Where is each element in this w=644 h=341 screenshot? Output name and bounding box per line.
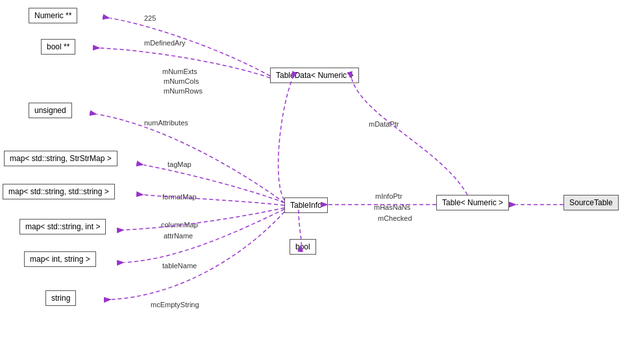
node-unsigned: unsigned	[29, 103, 72, 118]
label-mNumCols: mNumCols	[164, 77, 199, 85]
node-tableinfo: TableInfo	[284, 197, 328, 213]
node-numeric-ptr: Numeric **	[29, 8, 77, 23]
label-formatMap: formatMap	[162, 193, 197, 201]
node-map-str-str: map< std::string, std::string >	[3, 184, 115, 199]
label-mBufferAry: 225	[144, 14, 156, 22]
node-tabledata: TableData< Numeric >	[270, 68, 359, 83]
node-map-str-strstrmap: map< std::string, StrStrMap >	[4, 151, 118, 166]
node-bool-single: bool	[290, 239, 316, 255]
label-numAttributes: numAttributes	[144, 119, 188, 127]
node-map-int-str: map< int, string >	[24, 251, 96, 267]
arrows-svg	[0, 0, 644, 341]
node-map-str-int: map< std::string, int >	[19, 219, 106, 234]
label-mChecked: mChecked	[378, 214, 412, 222]
label-mNumExts: mNumExts	[162, 68, 197, 75]
label-mNumRows: mNumRows	[164, 87, 203, 95]
node-string: string	[45, 290, 76, 306]
label-tableName: tableName	[162, 262, 197, 270]
node-source-table: SourceTable	[564, 195, 619, 210]
label-columnMap: columnMap	[161, 221, 198, 229]
label-mcEmptyString: mcEmptyString	[151, 301, 199, 309]
label-mHasNaNs: mHasNaNs	[374, 203, 410, 211]
node-bool-ptr: bool **	[41, 39, 75, 55]
label-attrName: attrName	[164, 232, 193, 240]
diagram-container: Numeric ** bool ** unsigned map< std::st…	[0, 0, 644, 341]
node-table-numeric: Table< Numeric >	[436, 195, 509, 210]
label-mDataPtr: mDataPtr	[369, 120, 399, 128]
label-mDefinedAry: mDefinedAry	[144, 39, 186, 47]
label-tagMap: tagMap	[167, 160, 192, 168]
label-mInfoPtr: mInfoPtr	[375, 192, 402, 200]
